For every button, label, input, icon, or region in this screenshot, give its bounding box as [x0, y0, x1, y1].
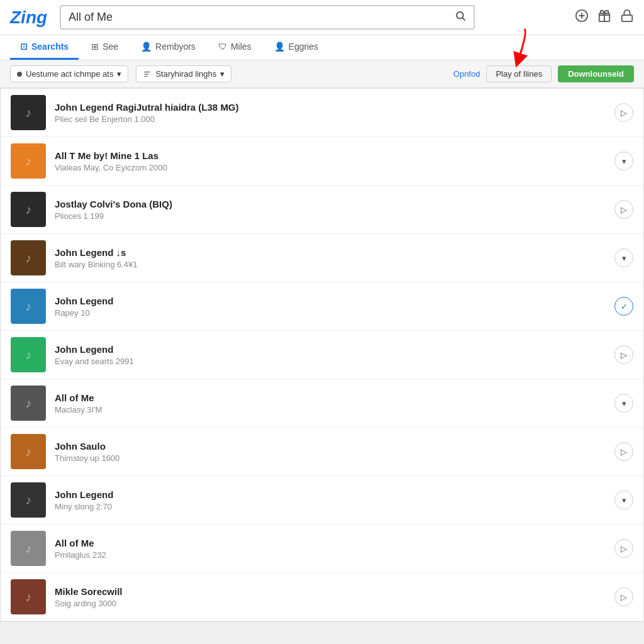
result-info: John Legend Rapey 10	[55, 296, 607, 318]
result-thumb: ♪	[11, 192, 46, 227]
result-info: John Legend Miny slong 2:70	[55, 489, 607, 511]
see-icon: ⊞	[91, 42, 99, 52]
header: Zing	[0, 0, 644, 35]
tab-searches-label: Searchts	[31, 42, 69, 52]
filter-label: Uestume act ichmpe ats	[26, 69, 113, 79]
result-subtitle: Miny slong 2:70	[55, 502, 607, 511]
result-subtitle: Evay and searts 2991	[55, 357, 607, 366]
result-subtitle: Rapey 10	[55, 308, 607, 318]
sort-chevron-icon: ▾	[220, 69, 225, 79]
result-info: John Legend ↓s Bilt wary Binking 6.4¥1	[55, 247, 607, 269]
result-info: John Legend Evay and searts 2991	[55, 344, 607, 366]
result-action-button[interactable]: ▷	[614, 539, 633, 558]
result-thumb: ♪	[11, 289, 46, 324]
tab-eggries[interactable]: 👤 Eggries	[264, 35, 328, 60]
result-info: John Legend RagiJutral hiaidra (L38 MG) …	[55, 102, 607, 124]
list-item[interactable]: ♪ Mikle Sorecwill Soig arding 3000 ▷	[1, 573, 643, 621]
result-info: All of Me Pmilaglus 232	[55, 538, 607, 560]
result-title: John Legend	[55, 344, 607, 355]
result-action-button[interactable]: ▾	[614, 152, 633, 170]
header-icons	[575, 9, 634, 26]
svg-rect-8	[622, 15, 633, 21]
list-item[interactable]: ♪ John Legend Evay and searts 2991 ▷	[1, 331, 643, 379]
filter-dropdown[interactable]: Uestume act ichmpe ats ▾	[10, 65, 128, 82]
tab-rembyors[interactable]: 👤 Rembyors	[131, 35, 206, 60]
list-item[interactable]: ♪ Jostlay Colvi's Dona (BIQ) Plioces 1 1…	[1, 186, 643, 234]
result-action-button[interactable]: ▷	[614, 200, 633, 219]
result-action: ▾	[614, 491, 633, 509]
result-thumb: ♪	[11, 531, 46, 566]
result-action-button[interactable]: ▾	[614, 394, 633, 413]
tab-see-label: See	[103, 42, 118, 52]
result-title: John Legend ↓s	[55, 247, 607, 258]
toolbar-right: Opnfod Play of Ilines Downlounseid	[453, 65, 634, 82]
tab-rembyors-label: Rembyors	[155, 42, 196, 52]
result-action-button[interactable]: ✓	[614, 297, 633, 316]
result-action: ▷	[614, 200, 633, 219]
list-item[interactable]: ♪ John Legend ↓s Bilt wary Binking 6.4¥1…	[1, 234, 643, 282]
opnfod-link[interactable]: Opnfod	[453, 69, 480, 79]
result-action: ▾	[614, 152, 633, 170]
result-title: All of Me	[55, 392, 607, 403]
result-subtitle: Plioces 1 199	[55, 211, 607, 221]
result-subtitle: Vialeas May, Co Eyiczom 2000	[55, 163, 607, 172]
result-action-button[interactable]: ▷	[614, 587, 633, 606]
play-lines-button[interactable]: Play of Ilines	[486, 65, 552, 82]
lock-icon-button[interactable]	[620, 9, 634, 26]
result-subtitle: Maclasy 3I'M	[55, 405, 607, 414]
result-title: Mikle Sorecwill	[55, 586, 607, 597]
result-action: ▾	[614, 248, 633, 267]
results-list: ♪ John Legend RagiJutral hiaidra (L38 MG…	[0, 88, 644, 622]
gift-icon-button[interactable]	[597, 9, 611, 26]
searches-icon: ⊡	[20, 42, 28, 52]
result-action: ▷	[614, 103, 633, 122]
result-action: ▷	[614, 442, 633, 461]
result-thumb: ♪	[11, 143, 46, 179]
result-action-button[interactable]: ▾	[614, 491, 633, 509]
filter-chevron-icon: ▾	[117, 69, 121, 79]
result-thumb: ♪	[11, 386, 46, 421]
result-title: John Legend	[55, 489, 607, 500]
list-item[interactable]: ♪ All of Me Maclasy 3I'M ▾	[1, 379, 643, 428]
result-subtitle: Pmilaglus 232	[55, 550, 607, 560]
filter-dot	[17, 72, 22, 77]
search-button[interactable]	[455, 10, 466, 25]
result-subtitle: Pliec seil Be Enjerton 1.000	[55, 114, 607, 124]
tab-see[interactable]: ⊞ See	[81, 35, 128, 60]
result-thumb: ♪	[11, 240, 46, 275]
result-action-button[interactable]: ▷	[614, 103, 633, 122]
list-item[interactable]: ♪ All T Me by! Mine 1 Las Vialeas May, C…	[1, 137, 643, 186]
tab-miles[interactable]: 🛡 Miles	[208, 35, 262, 60]
result-subtitle: Soig arding 3000	[55, 599, 607, 608]
result-thumb: ♪	[11, 337, 46, 372]
result-action-button[interactable]: ▷	[614, 442, 633, 461]
add-icon-button[interactable]	[575, 9, 589, 26]
toolbar: Uestume act ichmpe ats ▾ Staryhirad ling…	[0, 60, 644, 88]
result-title: Jostlay Colvi's Dona (BIQ)	[55, 199, 607, 209]
list-item[interactable]: ♪ John Legend Rapey 10 ✓	[1, 282, 643, 331]
result-info: All of Me Maclasy 3I'M	[55, 392, 607, 414]
download-button[interactable]: Downlounseid	[558, 65, 634, 82]
sort-dropdown[interactable]: Staryhirad linghs ▾	[136, 65, 231, 82]
search-bar	[60, 5, 475, 30]
result-thumb: ♪	[11, 482, 46, 518]
result-info: Jostlay Colvi's Dona (BIQ) Plioces 1 199	[55, 199, 607, 221]
list-item[interactable]: ♪ John Saulo Thimstoy up 1600 ▷	[1, 428, 643, 476]
result-thumb: ♪	[11, 434, 46, 469]
nav-tabs: ⊡ Searchts ⊞ See 👤 Rembyors 🛡 Miles 👤 Eg…	[0, 35, 644, 60]
list-item[interactable]: ♪ John Legend Miny slong 2:70 ▾	[1, 476, 643, 525]
result-action-button[interactable]: ▷	[614, 345, 633, 364]
search-input[interactable]	[69, 11, 455, 24]
tab-eggries-label: Eggries	[289, 42, 318, 52]
result-subtitle: Bilt wary Binking 6.4¥1	[55, 260, 607, 269]
list-item[interactable]: ♪ All of Me Pmilaglus 232 ▷	[1, 525, 643, 573]
miles-icon: 🛡	[218, 42, 227, 52]
list-item[interactable]: ♪ John Legend RagiJutral hiaidra (L38 MG…	[1, 89, 643, 137]
tab-miles-label: Miles	[231, 42, 252, 52]
result-title: John Legend RagiJutral hiaidra (L38 MG)	[55, 102, 607, 113]
result-thumb: ♪	[11, 579, 46, 614]
tab-searches[interactable]: ⊡ Searchts	[10, 35, 79, 60]
logo: Zing	[10, 8, 47, 28]
result-action: ▷	[614, 587, 633, 606]
result-action-button[interactable]: ▾	[614, 248, 633, 267]
